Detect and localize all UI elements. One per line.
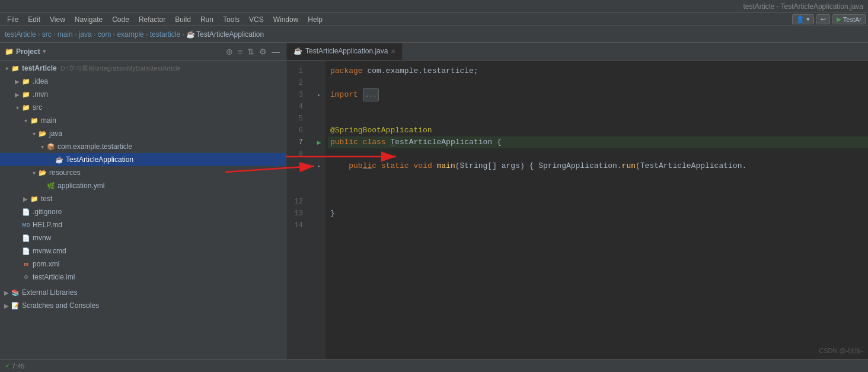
menu-item-navigate[interactable]: Navigate (70, 13, 107, 26)
sep5: › (113, 30, 115, 39)
menu-item-file[interactable]: File (2, 13, 23, 26)
line-num-6: 6 (286, 125, 308, 136)
run-gutter-7[interactable]: ▶ (312, 136, 326, 148)
tree-item-idea[interactable]: ▶ 📁 .idea (0, 75, 286, 88)
package-icon: 📦 (46, 142, 56, 151)
breadcrumb-com[interactable]: com (98, 30, 111, 39)
tree-item-resources[interactable]: ▾ 📂 resources (0, 166, 286, 179)
tree-item-gitignore[interactable]: ▶ 📄 .gitignore (0, 205, 286, 218)
tree-label: HELP.md (33, 221, 62, 229)
menu-item-build[interactable]: Build (170, 13, 196, 26)
run-main-button[interactable]: ▶ (317, 138, 321, 147)
collapse-all-button[interactable]: ≡ (237, 46, 244, 57)
breadcrumb-example[interactable]: example (117, 30, 143, 39)
tab-close-button[interactable]: ✕ (391, 48, 395, 55)
editor-area: ☕ TestArticleApplication.java ✕ 1 2 3 4 … (286, 43, 868, 372)
tree-item-testArticle[interactable]: ▾ 📁 testArticle D:\学习案例\integrationMyBat… (0, 62, 286, 75)
breadcrumb-java[interactable]: java (79, 30, 92, 39)
expand-arrow: ▾ (21, 117, 30, 124)
tab-TestArticleApplication[interactable]: ☕ TestArticleApplication.java ✕ (286, 43, 403, 60)
code-editor[interactable]: 1 2 3 4 5 6 7 8 9 12 13 14 ▸ (286, 61, 868, 372)
tree-item-TestArticleApplication[interactable]: ▶ ☕ TestArticleApplication (0, 153, 286, 166)
menu-item-edit[interactable]: Edit (23, 13, 45, 26)
library-icon: 📚 (11, 288, 20, 297)
folder-icon: 📁 (30, 116, 39, 125)
menu-item-code[interactable]: Code (107, 13, 134, 26)
window-title: testArticle - TestArticleApplication.jav… (743, 2, 863, 11)
folder-icon: 📁 (21, 90, 31, 99)
code-line-7: public class TestArticleApplication { (328, 136, 868, 148)
breadcrumb-project[interactable]: testArticle (5, 30, 36, 39)
code-line-8 (328, 148, 868, 160)
run-tab-label: TestAr (843, 16, 861, 23)
back-button[interactable]: ↩ (816, 14, 830, 24)
kw-import: import (330, 89, 358, 101)
menu-bar: File Edit View Navigate Code Refactor Bu… (0, 13, 868, 26)
tree-label: testArticle.iml (33, 273, 75, 281)
tree-item-src[interactable]: ▾ 📁 src (0, 101, 286, 114)
close-sidebar-button[interactable]: — (270, 46, 281, 57)
breadcrumb-testarticle[interactable]: testarticle (150, 30, 180, 39)
tree-item-external-libs[interactable]: ▶ 📚 External Libraries (0, 286, 286, 299)
tree-item-mvn[interactable]: ▶ 📁 .mvn (0, 88, 286, 101)
plain-7b (386, 136, 391, 148)
java-sources-icon: 📂 (38, 129, 47, 138)
fold-button-9[interactable]: ▸ (317, 163, 321, 170)
plain-1: com.example.testarticle; (363, 65, 478, 77)
breadcrumb-bar: testArticle › src › main › java › com › … (0, 26, 868, 43)
tree-item-iml[interactable]: ▶ ⚙ testArticle.iml (0, 271, 286, 284)
line-num-14: 14 (286, 220, 308, 231)
code-content[interactable]: package com.example.testarticle; import … (326, 61, 868, 372)
editor-tabs: ☕ TestArticleApplication.java ✕ (286, 43, 868, 61)
gutter-9: ▸ (312, 160, 326, 172)
tree-label: .gitignore (33, 208, 62, 216)
plain-9c (432, 160, 437, 172)
tree-item-help-md[interactable]: ▶ MD HELP.md (0, 218, 286, 231)
line-num-7: 7 (286, 136, 308, 148)
menu-item-tools[interactable]: Tools (218, 13, 244, 26)
folder-icon: 📁 (21, 103, 31, 112)
line-col-info: 7:45 (12, 363, 24, 370)
fold-button-3[interactable]: ▸ (317, 91, 321, 98)
tree-item-pom-xml[interactable]: ▶ m pom.xml (0, 257, 286, 271)
tree-item-main[interactable]: ▾ 📁 main (0, 114, 286, 127)
sort-button[interactable]: ⇅ (246, 46, 256, 57)
menu-item-view[interactable]: View (45, 13, 70, 26)
code-line-14 (328, 220, 868, 231)
tree-label: resources (49, 168, 81, 177)
dropdown-arrow[interactable]: ▾ (43, 48, 46, 55)
tree-item-test[interactable]: ▶ 📁 test (0, 192, 286, 205)
tree-item-scratches[interactable]: ▶ 📝 Scratches and Consoles (0, 299, 286, 312)
menu-item-vcs[interactable]: VCS (244, 13, 269, 26)
expand-arrow: ▾ (2, 65, 11, 72)
profile-icon: 👤 (796, 15, 805, 23)
sep3: › (75, 30, 77, 39)
breadcrumb-src[interactable]: src (42, 30, 52, 39)
menu-item-run[interactable]: Run (196, 13, 218, 26)
code-line-10 (328, 172, 868, 184)
tree-item-package[interactable]: ▾ 📦 com.example.testarticle (0, 140, 286, 153)
settings-button[interactable]: ⚙ (258, 46, 268, 57)
status-text: ✓ (5, 362, 10, 370)
line-num-5: 5 (286, 113, 308, 125)
gutter-3: ▸ (312, 89, 326, 101)
menu-item-refactor[interactable]: Refactor (134, 13, 170, 26)
breadcrumb-main[interactable]: main (58, 30, 73, 39)
tree-item-mvnw[interactable]: ▶ 📄 mvnw (0, 231, 286, 244)
tree-item-java[interactable]: ▾ 📂 java (0, 127, 286, 140)
gutter-6 (312, 125, 326, 136)
menu-item-window[interactable]: Window (269, 13, 304, 26)
menu-item-help[interactable]: Help (303, 13, 327, 26)
sidebar-title-label: Project (16, 47, 40, 56)
plain-9d: (String[] args) { SpringApplication. (455, 160, 622, 172)
kw-void: void (413, 160, 432, 172)
kw-public: public (330, 136, 358, 148)
gutter-8 (312, 148, 326, 160)
tree-item-application-yml[interactable]: ▶ 🌿 application.yml (0, 179, 286, 192)
tree-item-mvnw-cmd[interactable]: ▶ 📄 mvnw.cmd (0, 244, 286, 257)
locate-button[interactable]: ⊕ (225, 46, 234, 57)
profile-button[interactable]: 👤 ▾ (792, 14, 814, 24)
run-tab-button[interactable]: ▶ TestAr (832, 14, 866, 24)
line-num-13: 13 (286, 208, 308, 220)
gutter-5 (312, 113, 326, 125)
